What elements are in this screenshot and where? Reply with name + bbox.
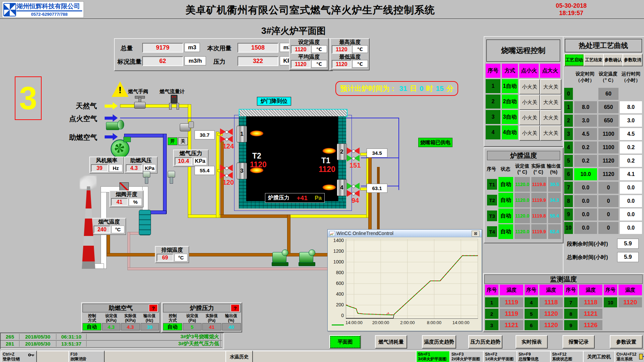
process-set-temp[interactable]: 0 (598, 195, 619, 207)
process-set-time[interactable]: 0.2 (574, 155, 597, 167)
transmitter-icon-2 (167, 171, 175, 183)
taskbar-button-退出系统[interactable]: Ct+Al+F12退出系统 (614, 351, 644, 362)
process-set-time[interactable]: 0.0 (574, 182, 597, 194)
small-fire-button[interactable]: 小火关 (519, 95, 540, 110)
small-fire-button[interactable]: 小火关 (519, 110, 540, 125)
taskbar-key: Sh+F12 (552, 352, 584, 357)
nav-button-5[interactable]: 实时报表 (516, 335, 548, 349)
chamber-mode-cell[interactable]: 自动 (498, 177, 513, 192)
burner-mode-cell[interactable]: 3自动 (502, 110, 518, 124)
chamber-pressure-control-panel: 炉膛压力 ? 控制 方式设定值 (Pa)实际值 (Pa)输出值 (%) 自动54… (162, 302, 242, 333)
valve-icon-burner4-1 (347, 190, 360, 197)
control-header: 输出值 (%) (221, 313, 241, 323)
process-set-time[interactable]: 8.0 (574, 101, 597, 113)
combustion-air-pipe (163, 134, 167, 214)
taskbar-label: 1#淬火炉平面图 (485, 357, 518, 361)
chamber-mode-cell[interactable]: 自动 (498, 224, 513, 239)
help-button[interactable]: ? (231, 304, 239, 312)
taskbar-key: Sh+F2 (485, 352, 518, 357)
chamber-set-value: 1120.0 (515, 177, 530, 192)
taskbar-button-故障消音[interactable]: F10故障消音 (68, 351, 105, 362)
control-mode-cell[interactable]: 自动 (163, 323, 182, 330)
hot-air-pipe (220, 215, 290, 218)
nav-button-3[interactable]: 温度历史趋势 (422, 335, 456, 349)
nav-button-6[interactable]: 报警记录 (562, 335, 595, 349)
nav-button-1[interactable]: 平面图 (329, 335, 361, 349)
process-run-time: 0.0 (620, 195, 642, 207)
chamber-pressure-value: +41 (297, 194, 307, 202)
process-set-time[interactable]: 0.0 (574, 208, 597, 221)
control-set-value: 5 (183, 323, 202, 330)
process-set-time[interactable]: 0.2 (574, 141, 597, 154)
nav-button-7[interactable]: 参数设置 (610, 335, 643, 349)
process-set-temp[interactable]: 1100 (598, 141, 619, 154)
process-set-time[interactable]: 3.0 (574, 115, 597, 127)
nav-button-4[interactable]: 压力历史趋势 (468, 335, 502, 349)
control-header: 设定值 (KPa) (102, 313, 121, 323)
process-button-1[interactable]: 工艺结束 (584, 54, 604, 66)
process-set-temp[interactable]: 1120 (598, 168, 619, 180)
process-set-temp[interactable]: 650 (598, 115, 619, 127)
taskbar-label: 故障消音 (70, 357, 104, 361)
process-set-time[interactable]: 0.0 (574, 222, 597, 234)
process-set-time[interactable]: 4.5 (574, 128, 597, 140)
monitor-no: 6 (525, 320, 538, 330)
open-button[interactable]: 开 (168, 137, 177, 145)
process-set-time[interactable]: 0.0 (574, 195, 597, 207)
taskbar-button-水温历史[interactable]: 水温历史 (225, 351, 253, 362)
small-fire-button[interactable]: 小火关 (519, 125, 540, 141)
burner-row-no: 1 (486, 79, 500, 93)
process-set-temp[interactable]: 0 (598, 222, 619, 234)
burner-mode-cell[interactable]: 2自动 (502, 95, 518, 109)
process-button-0[interactable]: 工艺启动 (564, 54, 584, 66)
trend-close-button[interactable]: ⊠ (472, 231, 480, 237)
process-button-2[interactable]: 参数确认 (603, 54, 623, 66)
fan-frequency-meter: 风机频率 39Hz (89, 157, 124, 174)
exhaust-temp-unit: °C (174, 254, 187, 261)
flue-temp-value: 240 (94, 226, 110, 233)
chamber-mode-cell[interactable]: 自动 (498, 193, 513, 207)
taskbar-button-关闭工控机[interactable]: 关闭工控机 (583, 351, 615, 362)
process-set-temp[interactable]: 0 (598, 208, 619, 221)
burner-mode-cell[interactable]: 4自动 (502, 125, 518, 139)
small-fire-button[interactable]: 小火关 (519, 79, 540, 95)
burner-4: 4 (337, 179, 347, 196)
gas-pressure-value: 10.4 (175, 157, 192, 165)
panel-title: 助燃空气 (109, 304, 133, 312)
process-set-temp[interactable]: 0 (598, 182, 619, 194)
process-set-temp[interactable]: 650 (598, 101, 619, 113)
process-set-temp[interactable]: 1120 (598, 155, 619, 167)
trend-titlebar[interactable]: WinCC OnlineTrendControl ⊠ (328, 230, 482, 237)
big-fire-button[interactable]: 大火关 (540, 125, 561, 141)
taskbar-button-1#淬火炉平面图[interactable]: Sh+F21#淬火炉平面图 (483, 351, 519, 362)
nav-button-row: 平面图燃气消耗量温度历史趋势压力历史趋势实时报表报警记录参数设置 (0, 335, 644, 348)
nav-button-2[interactable]: 燃气消耗量 (375, 335, 407, 349)
big-fire-button[interactable]: 大火关 (540, 95, 561, 110)
monitor-temp-header: 温度 (619, 285, 642, 295)
chamber-mode-cell[interactable]: 自动 (498, 208, 513, 223)
process-set-time[interactable]: 10.0 (574, 168, 597, 180)
big-fire-button[interactable]: 大火关 (540, 110, 561, 125)
door-status-badge: 炉门降到位 (257, 97, 291, 106)
burner-mode-cell[interactable]: 1自动 (502, 79, 518, 93)
taskbar-button-系统状态图[interactable]: Sh+F12系统状态图 (550, 351, 585, 362)
taskbar-button-3#淬火炉平面图[interactable]: Sh+F13#淬火炉平面图 (416, 351, 451, 362)
control-mode-cell[interactable]: 自动 (83, 323, 101, 330)
process-set-temp[interactable]: 1100 (598, 128, 619, 140)
monitor-no: 9 (564, 320, 578, 330)
burner-2: 2 (337, 143, 347, 160)
process-set-temp[interactable]: 60 (598, 88, 619, 100)
burner-remote-control-panel: 烧嘴远程控制 序号方式点小火点大火11自动小火关大火关22自动小火关大火关33自… (484, 36, 564, 147)
big-fire-button[interactable]: 大火关 (540, 79, 561, 95)
taskbar-button-2#淬火炉平面图[interactable]: Sh+F32#淬火炉平面图 (449, 351, 485, 362)
process-button-3[interactable]: 参数取消 (623, 54, 643, 66)
process-row-no: 2 (564, 115, 573, 127)
gas-manual-valve-icon[interactable] (134, 96, 145, 109)
close-button[interactable]: 关 (178, 137, 188, 145)
help-button[interactable]: ? (149, 304, 158, 312)
burner-box-status-badge: 烧嘴箱已供电 (418, 138, 452, 147)
taskbar-button-总报警信息[interactable]: Sh+F9总报警信息 (517, 351, 552, 362)
process-run-time: 0.2 (620, 141, 642, 154)
trend-plot (346, 239, 478, 319)
taskbar-button-登录/注销[interactable]: Ctrl+Z登录/注销 (1, 351, 37, 362)
